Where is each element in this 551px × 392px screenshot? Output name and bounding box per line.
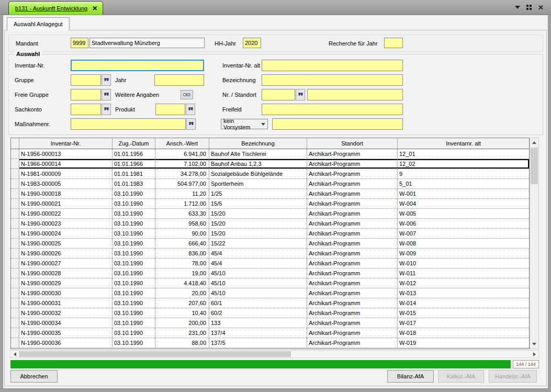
standort-lookup-button[interactable] <box>296 89 305 100</box>
vorsystem-text-field[interactable] <box>272 118 403 130</box>
row-selector[interactable] <box>11 189 19 198</box>
application-window: b131 - Auskunft Entwicklung ✕ ✕ Auswahl … <box>0 0 551 392</box>
row-selector[interactable] <box>11 199 19 208</box>
horizontal-scroll-thumb[interactable] <box>19 351 291 357</box>
table-row[interactable]: N-1990-00002603.10.1990836,0045/4Archika… <box>11 249 529 259</box>
document-tab[interactable]: b131 - Auskunft Entwicklung ✕ <box>8 1 103 15</box>
document-tab-title: b131 - Auskunft Entwicklung <box>15 5 87 12</box>
tab-label: Auswahl Anlagegut <box>14 21 63 27</box>
vertical-scroll-thumb[interactable] <box>531 148 538 184</box>
massnahmenr-lookup-button[interactable] <box>186 118 196 130</box>
row-selector[interactable] <box>11 268 19 278</box>
scroll-left-button[interactable] <box>11 351 19 357</box>
table-row[interactable]: N-1990-00001803.10.199011,201/25Archikar… <box>11 189 529 199</box>
row-selector[interactable] <box>11 239 19 248</box>
table-row[interactable]: N-1956-00001301.01.19566.941,00Bauhof Al… <box>11 149 529 159</box>
table-row[interactable]: N-1990-00002703.10.199078,0045/4Archikar… <box>11 259 529 268</box>
table-row[interactable]: N-1990-00003603.10.199088,00137/5Archika… <box>11 338 529 348</box>
table-row[interactable]: N-1990-00003003.10.199020,0045/10Archika… <box>11 288 529 298</box>
table-row[interactable]: N-1990-00002203.10.1990633,3015/20Archik… <box>11 209 529 219</box>
scroll-right-button[interactable] <box>531 351 538 357</box>
abbrechen-button[interactable]: Abbrechen <box>10 370 58 383</box>
row-selector[interactable] <box>11 278 19 288</box>
table-cell: Archikart-Programm <box>307 288 398 298</box>
table-row[interactable]: N-1990-00002403.10.199090,0015/20Archika… <box>11 229 529 239</box>
freie-gruppe-field[interactable] <box>71 89 101 100</box>
table-cell: 4.418,40 <box>155 278 209 288</box>
row-selector[interactable] <box>11 288 19 298</box>
row-selector[interactable] <box>11 328 19 338</box>
row-selector[interactable] <box>11 179 19 188</box>
jahr-field[interactable] <box>154 74 204 86</box>
table-row[interactable]: N-1990-00002903.10.19904.418,4045/10Arch… <box>11 278 529 288</box>
table-row[interactable]: N-1981-00000901.01.198134.278,00Sozialge… <box>11 169 529 179</box>
column-header[interactable]: Ansch.-Wert <box>155 138 209 149</box>
close-tab-icon[interactable]: ✕ <box>92 5 97 12</box>
vorsystem-select[interactable]: kein Vorsystem <box>221 119 268 129</box>
row-selector[interactable] <box>11 338 19 348</box>
row-selector[interactable] <box>11 219 19 228</box>
freie-gruppe-lookup-button[interactable] <box>102 89 111 100</box>
column-header[interactable]: Standort <box>307 138 398 149</box>
massnahmenr-field[interactable] <box>71 118 186 130</box>
table-row[interactable]: N-1990-00003503.10.1990231,00137/4Archik… <box>11 328 529 338</box>
row-selector[interactable] <box>11 149 19 159</box>
table-cell: 03.10.1990 <box>113 249 155 258</box>
row-selector[interactable] <box>11 209 19 218</box>
row-selector[interactable] <box>11 259 19 268</box>
table-row[interactable]: N-1990-00002103.10.19901.712,0015/5Archi… <box>11 199 529 209</box>
table-cell: W-015 <box>398 308 529 318</box>
table-row[interactable]: N-1990-00002503.10.1990666,4015/22Archik… <box>11 239 529 249</box>
row-selector[interactable] <box>11 308 19 318</box>
table-row[interactable]: N-1990-00002803.10.199019,0045/10Archika… <box>11 268 529 278</box>
column-header[interactable]: Inventarnr. alt <box>398 138 529 149</box>
bilanz-afa-button[interactable]: Bilanz-AfA <box>387 370 434 383</box>
scroll-up-button[interactable] <box>530 138 538 147</box>
table-row[interactable]: N-1990-00002303.10.1990958,6015/20Archik… <box>11 219 529 229</box>
recherche-jahr-field[interactable] <box>384 38 403 48</box>
standort-nr-field[interactable] <box>262 89 295 100</box>
table-row[interactable]: N-1966-00001401.01.19667.102,00Bauhof An… <box>11 159 529 169</box>
standort-field[interactable] <box>307 89 403 100</box>
chevron-down-icon[interactable] <box>515 6 520 9</box>
close-window-icon[interactable]: ✕ <box>538 4 544 12</box>
scroll-down-button[interactable] <box>530 340 538 349</box>
table-cell: N-1990-000027 <box>19 259 113 268</box>
inventar-nr-field[interactable] <box>71 60 204 71</box>
mandant-code-field[interactable] <box>71 38 88 48</box>
sachkonto-field[interactable] <box>71 104 101 115</box>
bezeichnung-field[interactable] <box>262 74 403 86</box>
freifeld-field[interactable] <box>262 104 403 115</box>
table-cell: 01.01.1983 <box>113 179 155 188</box>
weitere-angaben-button[interactable] <box>181 90 193 99</box>
tile-windows-icon[interactable] <box>526 5 528 7</box>
table-row[interactable]: N-1990-00003403.10.1990200,00133Archikar… <box>11 318 529 328</box>
inventar-nr-alt-field[interactable] <box>262 60 403 71</box>
tab-auswahl-anlagegut[interactable]: Auswahl Anlagegut <box>7 17 70 30</box>
row-selector[interactable] <box>11 318 19 328</box>
gruppe-lookup-button[interactable] <box>102 74 111 86</box>
produkt-lookup-button[interactable] <box>186 104 195 115</box>
column-header[interactable] <box>11 138 19 149</box>
horizontal-scrollbar[interactable] <box>10 350 539 358</box>
row-selector[interactable] <box>11 169 19 178</box>
row-selector[interactable] <box>11 159 19 169</box>
row-selector[interactable] <box>11 229 19 238</box>
row-selector[interactable] <box>11 298 19 308</box>
table-row[interactable]: N-1990-00003103.10.1990207,6060/1Archika… <box>11 298 529 308</box>
table-row[interactable]: N-1990-00003203.10.199010,4060/2Archikar… <box>11 308 529 318</box>
row-selector[interactable] <box>11 249 19 258</box>
table-cell: W-005 <box>398 209 529 218</box>
column-header[interactable]: Bezeichnung <box>209 138 307 149</box>
table-row[interactable]: N-1983-00000501.01.1983504.977,00Sportle… <box>11 179 529 189</box>
hh-jahr-field[interactable] <box>243 38 261 48</box>
column-header[interactable]: Inventar-Nr. <box>19 138 113 149</box>
key-icon <box>183 92 191 97</box>
table-cell: Archikart-Programm <box>307 149 398 159</box>
produkt-field[interactable] <box>155 104 185 115</box>
sachkonto-lookup-button[interactable] <box>102 104 111 115</box>
table-cell: Archikart-Programm <box>307 199 398 208</box>
vertical-scrollbar[interactable] <box>530 138 539 349</box>
column-header[interactable]: Zug.-Datum <box>113 138 155 149</box>
gruppe-field[interactable] <box>71 74 101 86</box>
